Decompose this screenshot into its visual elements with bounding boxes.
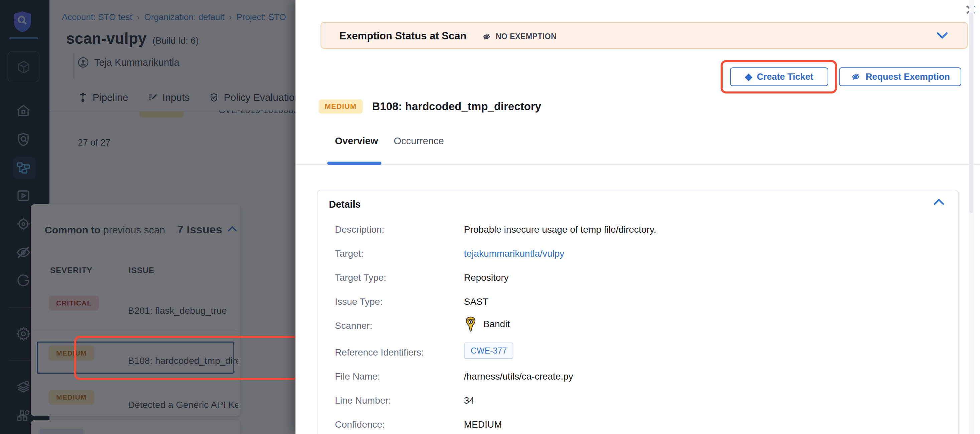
tab-bar-border <box>296 164 980 165</box>
field-label-line-number: Line Number: <box>335 395 391 406</box>
field-label-scanner: Scanner: <box>335 320 372 331</box>
field-value-confidence: MEDIUM <box>464 419 502 430</box>
no-exemption-badge: NO EXEMPTION <box>482 32 557 41</box>
field-value-description: Probable insecure usage of temp file/dir… <box>464 224 656 235</box>
details-card-title: Details <box>329 199 361 210</box>
request-exemption-button[interactable]: Request Exemption <box>839 67 961 86</box>
field-value-target-type: Repository <box>464 272 509 283</box>
field-value-target-link[interactable]: tejakummarikuntla/vulpy <box>464 249 564 259</box>
scrollbar-thumb[interactable] <box>969 13 973 213</box>
field-label-file-name: File Name: <box>335 371 380 382</box>
bandit-scanner-icon <box>464 317 477 332</box>
exemption-banner-title: Exemption Status at Scan <box>339 30 466 42</box>
field-value-issue-type: SAST <box>464 296 488 307</box>
eye-off-icon <box>482 32 492 41</box>
field-value-file-name: /harness/utils/ca-create.py <box>464 371 573 382</box>
annotation-highlight-create-ticket <box>721 60 837 93</box>
field-label-issue-type: Issue Type: <box>335 296 383 307</box>
field-value-line-number: 34 <box>464 395 474 406</box>
chevron-up-icon[interactable] <box>933 198 945 206</box>
active-tab-underline <box>327 162 381 165</box>
cwe-chip[interactable]: CWE-377 <box>464 342 514 359</box>
exemption-status-banner[interactable]: Exemption Status at Scan NO EXEMPTION <box>321 22 967 49</box>
tab-overview[interactable]: Overview <box>335 136 378 147</box>
field-label-confidence: Confidence: <box>335 419 385 430</box>
eye-off-icon <box>850 72 861 81</box>
field-value-reference-identifiers: CWE-377 <box>464 342 514 359</box>
issue-title: B108: hardcoded_tmp_directory <box>372 100 541 113</box>
issue-severity-badge: MEDIUM <box>318 100 363 114</box>
tab-occurrence[interactable]: Occurrence <box>394 136 444 147</box>
field-label-reference-identifiers: Reference Identifiers: <box>335 347 424 358</box>
chevron-down-icon[interactable] <box>936 32 948 40</box>
field-label-target-type: Target Type: <box>335 272 387 283</box>
details-card: Details Description: Probable insecure u… <box>317 190 959 434</box>
field-value-scanner: Bandit <box>464 317 510 332</box>
issue-details-drawer: ✕ Exemption Status at Scan NO EXEMPTION … <box>296 0 980 434</box>
field-label-description: Description: <box>335 224 384 235</box>
annotation-highlight-row <box>74 336 299 380</box>
field-label-target: Target: <box>335 249 364 259</box>
drawer-scrollbar[interactable] <box>969 0 974 434</box>
